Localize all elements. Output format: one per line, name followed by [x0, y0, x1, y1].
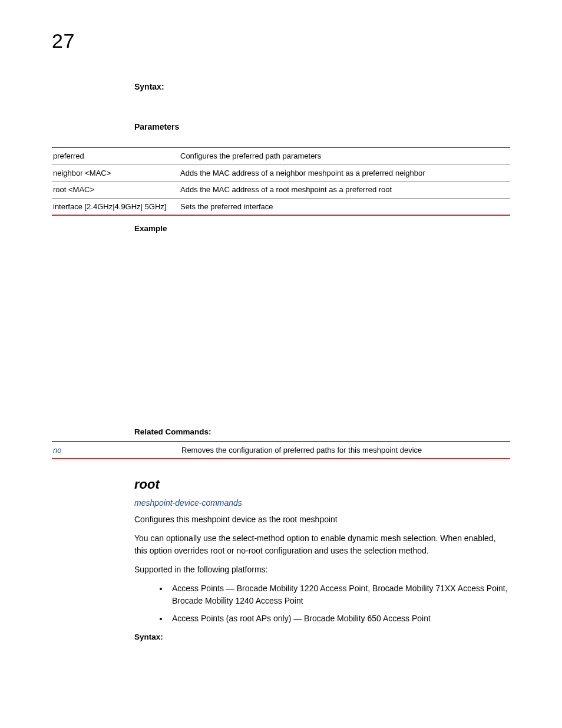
- table-row: no Removes the configuration of preferre…: [52, 442, 510, 459]
- syntax-block: Syntax: Parameters: [134, 82, 510, 131]
- body-text: Supported in the following platforms:: [134, 564, 510, 575]
- parameters-heading: Parameters: [134, 122, 510, 131]
- page: 27 Syntax: Parameters preferred Configur…: [0, 0, 562, 728]
- param-cell: preferred: [52, 147, 180, 164]
- related-block: Related Commands:: [134, 427, 510, 436]
- parameters-table: preferred Configures the preferred path …: [52, 147, 510, 216]
- desc-cell: Configures the preferred path parameters: [180, 147, 510, 164]
- table-row: root <MAC> Adds the MAC address of a roo…: [52, 182, 510, 199]
- table-row: preferred Configures the preferred path …: [52, 147, 510, 164]
- desc-cell: Adds the MAC address of a neighbor meshp…: [180, 164, 510, 182]
- syntax-heading: Syntax:: [134, 633, 510, 641]
- chapter-number: 27: [52, 29, 510, 52]
- desc-cell: Adds the MAC address of a root meshpoint…: [180, 182, 510, 199]
- body-text: Configures this meshpoint device as the …: [134, 513, 510, 525]
- no-command-link[interactable]: no: [53, 446, 61, 454]
- spacer: [52, 233, 510, 421]
- root-section: root meshpoint-device-commands Configure…: [134, 477, 510, 641]
- param-cell: neighbor <MAC>: [52, 164, 180, 182]
- related-commands-table: no Removes the configuration of preferre…: [52, 441, 510, 459]
- list-item: Access Points (as root APs only) — Broca…: [168, 612, 510, 624]
- meshpoint-link[interactable]: meshpoint-device-commands: [134, 498, 510, 508]
- related-cmd-cell: no: [52, 442, 180, 459]
- body-text: You can optionally use the select-method…: [134, 532, 510, 556]
- param-cell: root <MAC>: [52, 182, 180, 199]
- example-heading: Example: [134, 224, 510, 233]
- param-cell: interface [2.4GHz|4.9GHz| 5GHz]: [52, 198, 180, 215]
- root-section-title: root: [134, 477, 510, 492]
- platform-list: Access Points — Brocade Mobility 1220 Ac…: [134, 582, 510, 624]
- desc-cell: Sets the preferred interface: [180, 198, 510, 215]
- list-item: Access Points — Brocade Mobility 1220 Ac…: [168, 582, 510, 607]
- syntax-heading: Syntax:: [134, 82, 510, 91]
- table-row: neighbor <MAC> Adds the MAC address of a…: [52, 164, 510, 182]
- related-desc-cell: Removes the configuration of preferred p…: [180, 442, 510, 459]
- related-heading: Related Commands:: [134, 427, 510, 436]
- table-row: interface [2.4GHz|4.9GHz| 5GHz] Sets the…: [52, 198, 510, 215]
